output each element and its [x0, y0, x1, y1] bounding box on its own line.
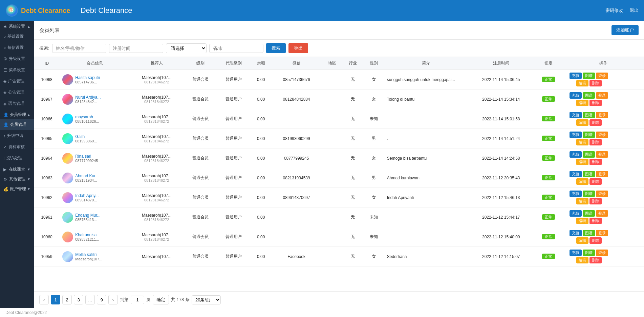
search-region-input[interactable]: [209, 44, 263, 53]
delete-button[interactable]: 删除: [589, 139, 602, 145]
page-1-button[interactable]: 1: [51, 295, 60, 304]
delete-button[interactable]: 删除: [589, 237, 602, 244]
recharge-button[interactable]: 充值: [570, 151, 582, 158]
edit-button[interactable]: 编辑: [576, 119, 588, 126]
go-to-page-input[interactable]: [131, 296, 144, 304]
member-name[interactable]: Mellia safitri: [75, 252, 102, 257]
pagination: ‹ 1 2 3 ... 9 › 到第 页 确定 共 178 条 20条/页 50…: [34, 291, 644, 308]
login-button[interactable]: 登录: [596, 73, 608, 79]
edit-button[interactable]: 编辑: [576, 257, 588, 263]
sidebar-item-menu[interactable]: ☰ 菜单设置: [0, 64, 34, 76]
edit-button[interactable]: 编辑: [576, 100, 588, 106]
sidebar-section-member[interactable]: 👤 会员管理 ▲: [0, 109, 34, 119]
search-button[interactable]: 搜索: [266, 43, 286, 53]
sidebar-item-upgrade[interactable]: ① 升级设置: [0, 53, 34, 64]
detail-button[interactable]: 图谱: [583, 132, 595, 138]
login-button[interactable]: 登录: [596, 132, 608, 138]
export-button[interactable]: 导出: [288, 43, 308, 53]
detail-button[interactable]: 图谱: [583, 112, 595, 118]
edit-button[interactable]: 编辑: [576, 139, 588, 145]
recharge-button[interactable]: 充值: [570, 191, 582, 197]
login-button[interactable]: 登录: [596, 191, 608, 197]
search-date-input[interactable]: [109, 44, 163, 53]
search-select[interactable]: 请选择: [166, 43, 207, 53]
recharge-button[interactable]: 充值: [570, 210, 582, 217]
edit-button[interactable]: 编辑: [576, 198, 588, 204]
recharge-button[interactable]: 充值: [570, 132, 582, 138]
login-button[interactable]: 登录: [596, 151, 608, 158]
login-button[interactable]: 登录: [596, 92, 608, 99]
recharge-button[interactable]: 充值: [570, 250, 582, 256]
recharge-button[interactable]: 充值: [570, 92, 582, 99]
detail-button[interactable]: 图谱: [583, 210, 595, 217]
detail-button[interactable]: 图谱: [583, 92, 595, 99]
page-2-button[interactable]: 2: [62, 295, 72, 304]
sidebar-item-notice[interactable]: ◈ 公告管理: [0, 87, 34, 98]
edit-button[interactable]: 编辑: [576, 80, 588, 86]
sidebar-section-other[interactable]: ⚙ 其他管理 ▼: [0, 174, 34, 183]
sidebar-item-member-manage[interactable]: 👤 会员管理: [0, 119, 34, 130]
next-page-button[interactable]: ›: [108, 295, 118, 304]
delete-button[interactable]: 删除: [589, 119, 602, 126]
edit-button[interactable]: 编辑: [576, 159, 588, 165]
cell-regtime: 2022-11-14 15:34:14: [468, 90, 535, 109]
detail-button[interactable]: 图谱: [583, 250, 595, 256]
prev-page-button[interactable]: ‹: [39, 295, 49, 304]
edit-button[interactable]: 编辑: [576, 237, 588, 244]
edit-button[interactable]: 编辑: [576, 178, 588, 185]
sidebar-item-basic[interactable]: ○ 基础设置: [0, 31, 34, 42]
sidebar-item-ad[interactable]: ◈ 广告管理: [0, 76, 34, 87]
member-phone: 08777999245: [75, 159, 98, 163]
logout-link[interactable]: 退出: [630, 7, 639, 14]
detail-button[interactable]: 图谱: [583, 73, 595, 79]
detail-button[interactable]: 图谱: [583, 171, 595, 177]
delete-button[interactable]: 删除: [589, 178, 602, 185]
detail-button[interactable]: 图谱: [583, 151, 595, 158]
change-password-link[interactable]: 密码修改: [605, 7, 623, 14]
page-9-button[interactable]: 9: [97, 295, 106, 304]
recharge-button[interactable]: 充值: [570, 230, 582, 236]
delete-button[interactable]: 删除: [589, 198, 602, 204]
detail-button[interactable]: 图谱: [583, 230, 595, 236]
col-region: 地区: [322, 57, 343, 70]
sidebar-section-classroom[interactable]: ▶ 在线课堂 ▼: [0, 164, 34, 174]
login-button[interactable]: 登录: [596, 210, 608, 217]
member-name[interactable]: Khairunnisa: [75, 233, 99, 237]
per-page-select[interactable]: 20条/页 50条/页 100条/页: [192, 295, 221, 304]
edit-button[interactable]: 编辑: [576, 218, 588, 224]
add-account-button[interactable]: 添加账户: [611, 25, 639, 35]
delete-button[interactable]: 删除: [589, 80, 602, 86]
member-name[interactable]: Galih: [75, 134, 97, 139]
delete-button[interactable]: 删除: [589, 218, 602, 224]
member-name[interactable]: maysaroh: [75, 115, 99, 119]
recharge-button[interactable]: 充值: [570, 171, 582, 177]
sidebar-section-account[interactable]: 💰 账户管理 ▼: [0, 183, 34, 193]
delete-button[interactable]: 删除: [589, 159, 602, 165]
delete-button[interactable]: 删除: [589, 100, 602, 106]
search-label: 搜索:: [39, 45, 49, 51]
member-name[interactable]: Nurul Ardiya...: [75, 95, 101, 100]
member-name[interactable]: Ahmad Kur...: [75, 174, 99, 178]
login-button[interactable]: 登录: [596, 230, 608, 236]
detail-button[interactable]: 图谱: [583, 191, 595, 197]
page-3-button[interactable]: 3: [74, 295, 83, 304]
member-name[interactable]: Rina sari: [75, 154, 98, 159]
member-name[interactable]: Hasifa saputri: [75, 75, 100, 80]
login-button[interactable]: 登录: [596, 250, 608, 256]
sidebar-item-upgrade-apply[interactable]: ↑ 升级申请: [0, 130, 34, 141]
recharge-button[interactable]: 充值: [570, 73, 582, 79]
sidebar-item-lang[interactable]: ◈ 语言管理: [0, 98, 34, 109]
member-name[interactable]: Endang Mur...: [75, 213, 101, 218]
login-button[interactable]: 登录: [596, 112, 608, 118]
search-name-input[interactable]: [52, 44, 106, 53]
sidebar-item-sms[interactable]: ○ 短信设置: [0, 42, 34, 53]
delete-button[interactable]: 删除: [589, 257, 602, 263]
sidebar-item-data-review[interactable]: ✓ 资料审核: [0, 141, 34, 153]
go-to-page-button[interactable]: 确定: [153, 295, 169, 304]
recharge-button[interactable]: 充值: [570, 112, 582, 118]
member-name[interactable]: Indah Apriy...: [75, 193, 99, 198]
sidebar-item-complaint[interactable]: ! 投诉处理: [0, 153, 34, 164]
sidebar-section-system[interactable]: ✱ 系统设置 ▲: [0, 21, 34, 31]
login-button[interactable]: 登录: [596, 171, 608, 177]
referrer-id: 081281846272: [132, 178, 181, 182]
